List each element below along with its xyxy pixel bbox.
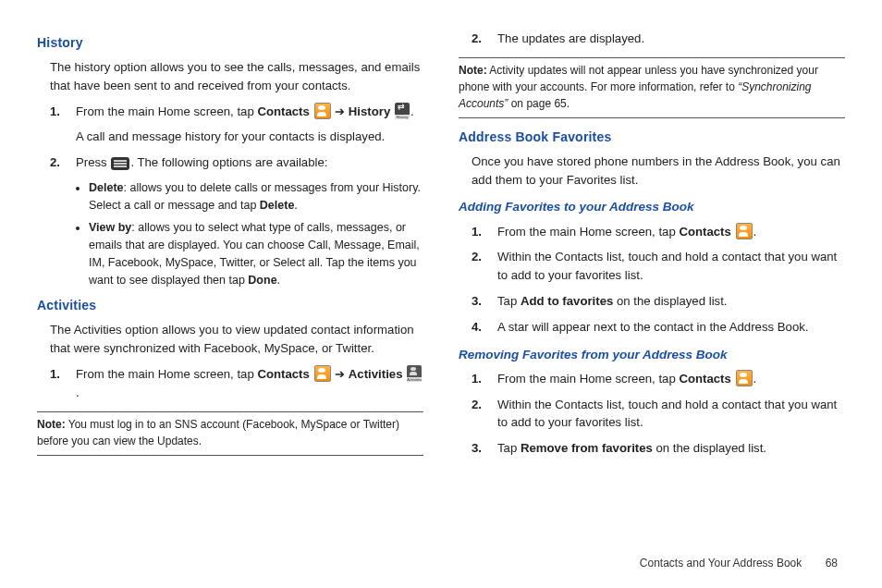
step-number: 2. [472,396,497,433]
text: From the main Home screen, tap [497,225,679,239]
step-number: 2. [472,248,497,285]
removing-step-3: 3. Tap Remove from favorites on the disp… [472,439,845,458]
step-text: Tap Add to favorites on the displayed li… [497,292,845,311]
text: From the main Home screen, tap [76,104,257,118]
label-contacts: Contacts [257,104,309,118]
label-contacts: Contacts [679,225,730,239]
arrow-icon: ➔ [332,367,349,381]
two-column-layout: History The history option allows you to… [37,30,845,465]
note-label: Note: [37,418,66,431]
label-contacts: Contacts [257,367,309,381]
left-column: History The history option allows you to… [37,30,423,465]
text: Tap [497,294,521,308]
option-delete: Delete: allows you to delete calls or me… [89,179,423,214]
label-delete: Delete [89,181,124,194]
contacts-icon [736,223,753,239]
step-text: From the main Home screen, tap Contacts … [76,103,423,147]
label-history: History [349,104,390,118]
text: . [294,199,297,212]
removing-step-1: 1. From the main Home screen, tap Contac… [472,370,845,388]
history-icon-caption: History [395,115,410,119]
step-text: Within the Contacts list, touch and hold… [497,248,845,285]
page-number: 68 [826,557,838,570]
activities-icon: Activities [407,365,422,382]
menu-icon [111,157,129,170]
text: . [410,104,414,118]
label-remove-from-favorites: Remove from favorites [521,441,653,455]
page-footer: Contacts and Your Address Book 68 [640,557,838,570]
note-sns-login: Note: You must log in to an SNS account … [37,411,423,456]
step-number: 1. [50,365,76,402]
step-text: From the main Home screen, tap Contacts … [497,223,845,241]
history-options: Delete: allows you to delete calls or me… [37,179,423,289]
note-sync: Note: Activity updates will not appear u… [459,57,845,118]
heading-removing-favorites: Removing Favorites from your Address Boo… [459,346,845,364]
history-icon: History [395,103,410,119]
removing-step-2: 2. Within the Contacts list, touch and h… [472,396,845,433]
contacts-icon [314,365,331,382]
step-number: 3. [472,439,497,458]
adding-steps: 1. From the main Home screen, tap Contac… [472,223,845,337]
step-number: 3. [472,292,497,311]
text: Tap [497,441,521,455]
label-contacts: Contacts [679,372,730,386]
note-label: Note: [459,64,487,77]
text: . [277,274,280,287]
text: . The following options are available: [130,155,327,169]
activities-step-1: 1. From the main Home screen, tap Contac… [50,365,423,402]
heading-activities: Activities [37,296,423,315]
step-text: From the main Home screen, tap Contacts … [497,370,845,388]
text: From the main Home screen, tap [76,367,257,381]
step-number: 1. [472,223,497,241]
step-number: 1. [50,103,76,147]
step-text: A star will appear next to the contact i… [497,318,845,337]
activities-step-2: 2. The updates are displayed. [472,30,845,48]
footer-title: Contacts and Your Address Book [640,557,802,570]
activities-intro: The Activities option allows you to view… [50,321,423,358]
label-activities: Activities [349,367,403,381]
note-text: on page 65. [508,97,570,110]
step1-sub: A call and message history for your cont… [76,128,423,146]
removing-steps: 1. From the main Home screen, tap Contac… [472,370,845,458]
history-intro: The history option allows you to see the… [50,58,423,95]
step-number: 1. [472,370,497,388]
step-number: 2. [50,153,76,172]
text: From the main Home screen, tap [497,372,679,386]
adding-step-1: 1. From the main Home screen, tap Contac… [472,223,845,241]
right-column: 2. The updates are displayed. Note: Acti… [459,30,845,465]
heading-adding-favorites: Adding Favorites to your Address Book [459,198,845,216]
arrow-icon: ➔ [332,104,349,118]
adding-step-4: 4. A star will appear next to the contac… [472,318,845,337]
text: Press [76,155,110,169]
step-text: From the main Home screen, tap Contacts … [76,365,423,402]
step-text: The updates are displayed. [497,30,845,48]
favorites-intro: Once you have stored phone numbers in th… [472,153,845,190]
activities-steps: 1. From the main Home screen, tap Contac… [50,365,423,402]
text: . [753,372,757,386]
contacts-icon [314,103,331,119]
activities-icon-caption: Activities [407,377,422,382]
text: . [76,386,80,399]
history-steps: 1. From the main Home screen, tap Contac… [50,103,423,172]
step-text: Tap Remove from favorites on the display… [497,439,845,458]
step-text: Press . The following options are availa… [76,153,423,172]
text: on the displayed list. [653,441,766,455]
label-delete-action: Delete [260,199,295,212]
heading-history: History [37,33,423,53]
heading-favorites: Address Book Favorites [459,128,845,147]
text: . [753,225,757,239]
manual-page: History The history option allows you to… [0,0,882,588]
adding-step-2: 2. Within the Contacts list, touch and h… [472,248,845,285]
note-text: You must log in to an SNS account (Faceb… [37,418,399,447]
contacts-icon [736,370,753,386]
right-steps-continued: 2. The updates are displayed. [472,30,845,48]
step-text: Within the Contacts list, touch and hold… [497,396,845,433]
label-add-to-favorites: Add to favorites [521,294,613,308]
label-done: Done [248,274,276,287]
history-step-2: 2. Press . The following options are ava… [50,153,423,172]
step-number: 2. [472,30,497,48]
history-step-1: 1. From the main Home screen, tap Contac… [50,103,423,147]
text: : allows you to delete calls or messages… [89,181,421,212]
label-viewby: View by [89,221,131,234]
option-viewby: View by: allows you to select what type … [89,219,423,288]
